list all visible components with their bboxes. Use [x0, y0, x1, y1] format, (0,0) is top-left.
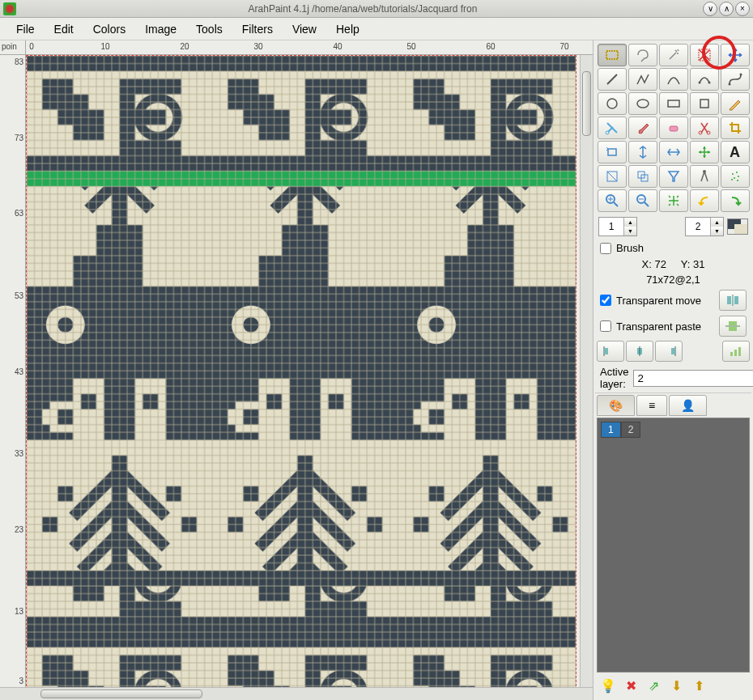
spray-tool[interactable]	[721, 165, 750, 188]
brush-tool[interactable]	[628, 117, 657, 139]
mirror-v-button[interactable]	[719, 290, 747, 311]
eraser-tool[interactable]	[659, 117, 688, 139]
cut-tool[interactable]	[598, 117, 627, 139]
funnel-tool[interactable]	[659, 165, 688, 188]
undo-tool[interactable]	[690, 189, 719, 212]
brush-size-down[interactable]: ▼	[623, 227, 636, 235]
line-tool[interactable]	[598, 68, 627, 91]
brush-size-input[interactable]	[599, 218, 623, 235]
rotate-rect-tool[interactable]	[598, 141, 627, 163]
minimize-button[interactable]: ∨	[703, 2, 717, 16]
pencil-tool[interactable]	[721, 92, 750, 115]
color-idx-up[interactable]: ▲	[710, 218, 723, 227]
merge-icon[interactable]: ⇗	[643, 675, 664, 696]
svg-point-34	[728, 83, 730, 86]
scrollbar-thumb-h[interactable]	[40, 689, 202, 698]
delete-icon[interactable]: ✖	[620, 675, 641, 696]
svg-line-31	[607, 74, 617, 84]
color-idx-down[interactable]: ▼	[710, 227, 723, 235]
menu-colors[interactable]: Colors	[83, 19, 135, 39]
resize-tool[interactable]	[598, 165, 627, 188]
align-right-button[interactable]	[655, 341, 683, 362]
brush-size-up[interactable]: ▲	[623, 218, 636, 227]
bezier-tool[interactable]	[721, 68, 750, 91]
scrollbar-horizontal[interactable]	[0, 687, 593, 700]
transparent-move-checkbox[interactable]	[600, 295, 611, 306]
mirror-h-button[interactable]	[719, 316, 747, 337]
svg-rect-72	[734, 350, 737, 356]
brush-checkbox-label: Brush	[616, 242, 644, 254]
canvas[interactable]	[26, 55, 580, 687]
svg-point-37	[637, 100, 649, 108]
menu-help[interactable]: Help	[326, 19, 369, 39]
redo-tool[interactable]	[721, 189, 750, 212]
svg-point-53	[731, 179, 733, 180]
svg-point-40	[606, 131, 609, 134]
align-left-button[interactable]	[597, 341, 624, 362]
ellipse-tool[interactable]	[598, 92, 627, 115]
sidebar: A ▲▼ ▲▼	[593, 40, 753, 700]
brush-checkbox[interactable]	[600, 243, 611, 254]
arrows-move-tool[interactable]	[690, 141, 719, 163]
zoom-in-tool[interactable]	[598, 189, 627, 212]
wand-tool[interactable]	[659, 44, 688, 66]
active-layer-spinner[interactable]: ▲▼	[633, 370, 753, 387]
flip-v-tool[interactable]	[628, 141, 657, 163]
tool-palette: A	[595, 42, 751, 214]
brush-size-spinner[interactable]: ▲▼	[598, 217, 637, 236]
x-select-tool[interactable]	[690, 44, 719, 66]
active-layer-input[interactable]	[634, 371, 753, 386]
menu-edit[interactable]: Edit	[45, 19, 83, 39]
svg-rect-44	[608, 149, 616, 155]
rect-select-tool[interactable]	[598, 44, 627, 66]
layer-panel: 1 2	[597, 418, 750, 672]
menu-tools[interactable]: Tools	[186, 19, 232, 39]
svg-rect-69	[671, 348, 674, 354]
distribute-button[interactable]	[722, 341, 750, 362]
transparent-paste-label: Transparent paste	[616, 320, 701, 333]
close-button[interactable]: ×	[735, 2, 750, 16]
svg-rect-38	[668, 100, 679, 107]
color-index-spinner[interactable]: ▲▼	[685, 217, 724, 236]
window-title: ArahPaint 4.1j /home/ana/web/tutorials/J…	[23, 3, 703, 15]
menu-file[interactable]: File	[6, 19, 45, 39]
scrollbar-thumb-v[interactable]	[582, 71, 591, 136]
compass-tool[interactable]	[690, 165, 719, 188]
move-tool[interactable]	[721, 44, 750, 66]
text-tool[interactable]: A	[721, 141, 750, 163]
svg-line-58	[645, 202, 649, 206]
layer-tab-1[interactable]: 1	[601, 422, 621, 438]
curve-tool[interactable]	[659, 68, 688, 91]
zoom-out-tool[interactable]	[628, 189, 657, 212]
menu-view[interactable]: View	[283, 19, 326, 39]
bulb-icon[interactable]: 💡	[598, 675, 619, 696]
arc-tool[interactable]	[690, 68, 719, 91]
color-index-input[interactable]	[686, 218, 710, 235]
layer-tab-2[interactable]: 2	[621, 422, 641, 438]
square-tool[interactable]	[690, 92, 719, 115]
scrollbar-vertical[interactable]	[580, 55, 593, 687]
rect-tool[interactable]	[659, 92, 688, 115]
palette-tab[interactable]: 🎨	[597, 395, 635, 416]
lasso-tool[interactable]	[628, 44, 657, 66]
color-swatch[interactable]	[727, 218, 748, 235]
fit-tool[interactable]	[659, 189, 688, 212]
crop-tool[interactable]	[721, 117, 750, 139]
user-tab[interactable]: 👤	[669, 395, 707, 416]
scissors-tool[interactable]	[690, 117, 719, 139]
menu-filters[interactable]: Filters	[232, 19, 283, 39]
lower-icon[interactable]: ⬇	[666, 675, 687, 696]
maximize-button[interactable]: ∧	[719, 2, 734, 16]
oval-tool[interactable]	[628, 92, 657, 115]
polyline-tool[interactable]	[628, 68, 657, 91]
raise-icon[interactable]: ⬆	[688, 675, 709, 696]
flip-h-tool[interactable]	[659, 141, 688, 163]
align-center-button[interactable]	[626, 341, 653, 362]
transparent-paste-checkbox[interactable]	[600, 320, 611, 332]
svg-point-48	[703, 170, 706, 173]
menu-image[interactable]: Image	[135, 19, 186, 39]
svg-rect-71	[730, 352, 733, 356]
copy-tool[interactable]	[628, 165, 657, 188]
layers-tab[interactable]: ≡	[636, 395, 667, 416]
svg-rect-41	[670, 126, 678, 131]
